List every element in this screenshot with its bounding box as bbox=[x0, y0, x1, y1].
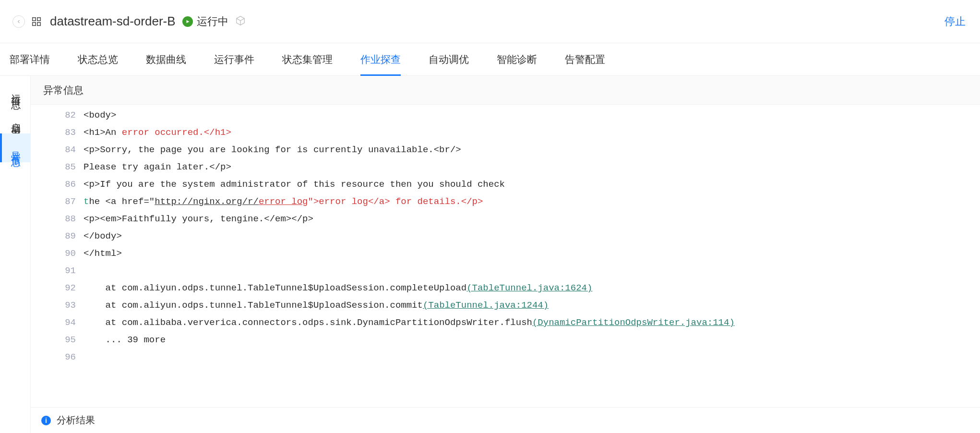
code-viewer[interactable]: 82<body>83<h1>An error occurred.</h1>84<… bbox=[31, 105, 980, 407]
stop-link[interactable]: 停止 bbox=[944, 14, 966, 29]
line-number: 88 bbox=[31, 210, 84, 228]
code-content: <h1>An error occurred.</h1> bbox=[84, 124, 231, 141]
code-line: 86<p>If you are the system administrator… bbox=[31, 176, 980, 193]
sidebar-item-异常信息[interactable]: 异常信息 bbox=[0, 133, 30, 162]
line-number: 87 bbox=[31, 193, 84, 210]
line-number: 84 bbox=[31, 141, 84, 158]
tab-数据曲线[interactable]: 数据曲线 bbox=[146, 43, 186, 76]
line-number: 89 bbox=[31, 228, 84, 245]
code-content: Please try again later.</p> bbox=[84, 158, 231, 176]
code-content: at com.alibaba.ververica.connectors.odps… bbox=[84, 314, 735, 331]
line-number: 83 bbox=[31, 124, 84, 141]
code-line: 84<p>Sorry, the page you are looking for… bbox=[31, 141, 980, 158]
code-line: 82<body> bbox=[31, 107, 980, 124]
chevron-left-icon bbox=[16, 19, 22, 24]
line-number: 95 bbox=[31, 331, 84, 349]
tab-运行事件[interactable]: 运行事件 bbox=[214, 43, 254, 76]
code-line: 87the <a href="http://nginx.org/r/error_… bbox=[31, 193, 980, 210]
tab-部署详情[interactable]: 部署详情 bbox=[10, 43, 50, 76]
code-content: <body> bbox=[84, 107, 116, 124]
tab-状态总览[interactable]: 状态总览 bbox=[78, 43, 118, 76]
line-number: 91 bbox=[31, 262, 84, 279]
module-icon bbox=[31, 16, 42, 27]
line-number: 92 bbox=[31, 279, 84, 297]
code-line: 85Please try again later.</p> bbox=[31, 158, 980, 176]
code-line: 91 bbox=[31, 262, 980, 279]
svg-rect-3 bbox=[37, 22, 40, 25]
main-tabs: 部署详情状态总览数据曲线运行事件状态集管理作业探查自动调优智能诊断告警配置 bbox=[0, 43, 980, 76]
line-number: 94 bbox=[31, 314, 84, 331]
section-title: 异常信息 bbox=[43, 84, 84, 97]
line-number: 96 bbox=[31, 349, 84, 366]
tab-状态集管理[interactable]: 状态集管理 bbox=[282, 43, 333, 76]
sidebar-item-启动日志[interactable]: 启动日志 bbox=[0, 105, 30, 133]
code-content: at com.aliyun.odps.tunnel.TableTunnel$Up… bbox=[84, 297, 549, 314]
svg-marker-4 bbox=[186, 20, 189, 23]
svg-rect-0 bbox=[33, 17, 36, 20]
line-number: 86 bbox=[31, 176, 84, 193]
page-header: datastream-sd-order-B 运行中 停止 bbox=[0, 0, 980, 43]
cube-icon[interactable] bbox=[235, 15, 246, 27]
code-line: 89</body> bbox=[31, 228, 980, 245]
tab-作业探查[interactable]: 作业探查 bbox=[360, 43, 401, 76]
code-content: <p><em>Faithfully yours, tengine.</em></… bbox=[84, 210, 313, 228]
code-content: the <a href="http://nginx.org/r/error_lo… bbox=[84, 193, 483, 210]
tab-自动调优[interactable]: 自动调优 bbox=[429, 43, 469, 76]
code-content: ... 39 more bbox=[84, 331, 166, 349]
code-line: 96 bbox=[31, 349, 980, 366]
section-header: 异常信息 bbox=[31, 76, 980, 105]
code-content: </html> bbox=[84, 245, 122, 262]
info-icon: i bbox=[41, 416, 51, 425]
page-title: datastream-sd-order-B bbox=[50, 14, 176, 29]
svg-rect-2 bbox=[33, 22, 36, 25]
sidebar: 运行日志启动日志异常信息 bbox=[0, 76, 31, 433]
footer-label: 分析结果 bbox=[57, 414, 95, 427]
tab-告警配置[interactable]: 告警配置 bbox=[565, 43, 605, 76]
code-content: </body> bbox=[84, 228, 122, 245]
tab-智能诊断[interactable]: 智能诊断 bbox=[497, 43, 537, 76]
code-line: 88<p><em>Faithfully yours, tengine.</em>… bbox=[31, 210, 980, 228]
code-content: <p>If you are the system administrator o… bbox=[84, 176, 505, 193]
code-line: 94 at com.alibaba.ververica.connectors.o… bbox=[31, 314, 980, 331]
line-number: 93 bbox=[31, 297, 84, 314]
line-number: 90 bbox=[31, 245, 84, 262]
code-line: 90</html> bbox=[31, 245, 980, 262]
code-line: 93 at com.aliyun.odps.tunnel.TableTunnel… bbox=[31, 297, 980, 314]
line-number: 82 bbox=[31, 107, 84, 124]
line-number: 85 bbox=[31, 158, 84, 176]
analysis-footer[interactable]: i 分析结果 bbox=[31, 407, 980, 433]
back-button[interactable] bbox=[12, 15, 25, 28]
sidebar-item-运行日志[interactable]: 运行日志 bbox=[0, 76, 30, 105]
code-line: 83<h1>An error occurred.</h1> bbox=[31, 124, 980, 141]
code-content: <p>Sorry, the page you are looking for i… bbox=[84, 141, 461, 158]
status-text: 运行中 bbox=[197, 14, 228, 29]
code-line: 92 at com.aliyun.odps.tunnel.TableTunnel… bbox=[31, 279, 980, 297]
code-content: at com.aliyun.odps.tunnel.TableTunnel$Up… bbox=[84, 279, 592, 297]
code-line: 95 ... 39 more bbox=[31, 331, 980, 349]
svg-rect-1 bbox=[37, 17, 40, 20]
status-indicator bbox=[182, 16, 193, 27]
